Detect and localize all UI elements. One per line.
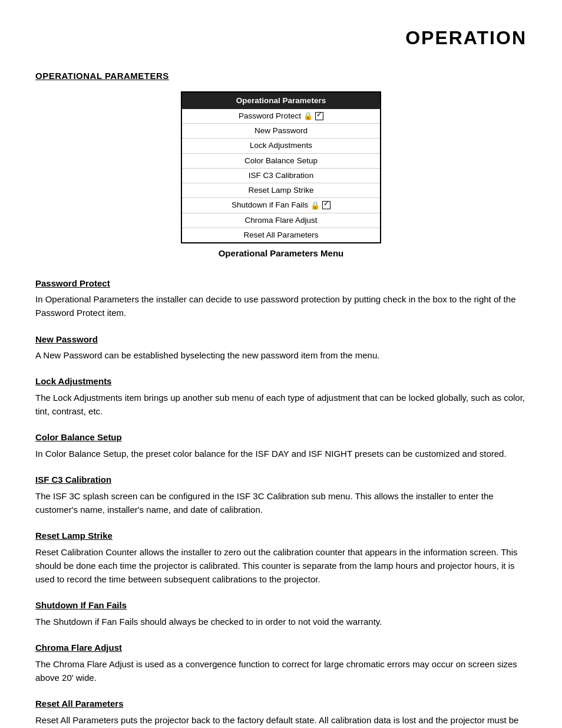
subsection-title-shutdown-fan-fails: Shutdown If Fan Fails [35,599,527,612]
row-label: Color Balance Setup [244,155,318,167]
table-row: Color Balance Setup [182,153,380,168]
table-row: ISF C3 Calibration [182,168,380,183]
row-label: Password Protect [239,110,301,122]
subsection-color-balance-setup: Color Balance Setup In Color Balance Set… [35,431,527,460]
checkbox-icon[interactable] [322,201,330,209]
subsection-body-reset-lamp-strike: Reset Calibration Counter allows the ins… [35,545,527,587]
table-row: Shutdown if Fan Fails 🔒 [182,197,380,212]
table-row: Lock Adjustments [182,138,380,153]
subsection-body-reset-all-parameters: Reset All Parameters puts the projector … [35,713,527,729]
row-label: Reset Lamp Strike [248,185,313,196]
subsection-body-chroma-flare-adjust: The Chroma Flare Adjust is used as a con… [35,657,527,685]
subsection-title-new-password: New Password [35,333,527,347]
table-row: Reset All Parameters [182,228,380,242]
op-table-container: Operational Parameters Password Protect … [35,91,527,272]
section-heading: OPERATIONAL PARAMETERS [35,70,527,83]
subsection-isf-c3-calibration: ISF C3 Calibration The ISF 3C splash scr… [35,473,527,516]
page-title: OPERATION [35,24,527,52]
subsection-title-reset-all-parameters: Reset All Parameters [35,697,527,711]
subsection-body-lock-adjustments: The Lock Adjustments item brings up anot… [35,391,527,419]
op-table-caption: Operational Parameters Menu [219,247,344,261]
table-row: Password Protect 🔒 [182,109,380,123]
row-label: Lock Adjustments [250,140,312,151]
subsection-title-color-balance-setup: Color Balance Setup [35,431,527,444]
subsection-body-shutdown-fan-fails: The Shutdown if Fan Fails should always … [35,615,527,628]
subsections-container: Password Protect In Operational Paramete… [35,277,527,729]
op-table: Operational Parameters Password Protect … [181,91,381,244]
lock-icon: 🔒 [310,200,320,212]
subsection-title-reset-lamp-strike: Reset Lamp Strike [35,529,527,543]
table-row: New Password [182,123,380,138]
row-label: Reset All Parameters [244,229,319,241]
row-label: New Password [254,125,308,137]
op-table-header: Operational Parameters [182,93,380,109]
subsection-title-chroma-flare-adjust: Chroma Flare Adjust [35,641,527,655]
subsection-new-password: New Password A New Password can be estab… [35,333,527,363]
row-label: Chroma Flare Adjust [244,215,317,226]
subsection-shutdown-fan-fails: Shutdown If Fan Fails The Shutdown if Fa… [35,599,527,628]
subsection-lock-adjustments: Lock Adjustments The Lock Adjustments it… [35,375,527,418]
lock-icon: 🔒 [303,110,313,122]
subsection-password-protect: Password Protect In Operational Paramete… [35,277,527,320]
subsection-chroma-flare-adjust: Chroma Flare Adjust The Chroma Flare Adj… [35,641,527,684]
subsection-body-password-protect: In Operational Parameters the installer … [35,292,527,320]
table-row: Chroma Flare Adjust [182,213,380,228]
subsection-title-lock-adjustments: Lock Adjustments [35,375,527,388]
subsection-reset-all-parameters: Reset All Parameters Reset All Parameter… [35,697,527,728]
subsection-body-color-balance-setup: In Color Balance Setup, the preset color… [35,447,527,460]
table-row: Reset Lamp Strike [182,183,380,197]
subsection-reset-lamp-strike: Reset Lamp Strike Reset Calibration Coun… [35,529,527,586]
checkbox-icon[interactable] [315,112,323,120]
subsection-title-password-protect: Password Protect [35,277,527,291]
subsection-title-isf-c3-calibration: ISF C3 Calibration [35,473,527,487]
subsection-body-new-password: A New Password can be established bysele… [35,348,527,362]
row-label: Shutdown if Fan Fails [232,199,308,211]
row-label: ISF C3 Calibration [249,170,313,182]
subsection-body-isf-c3-calibration: The ISF 3C splash screen can be configur… [35,489,527,517]
